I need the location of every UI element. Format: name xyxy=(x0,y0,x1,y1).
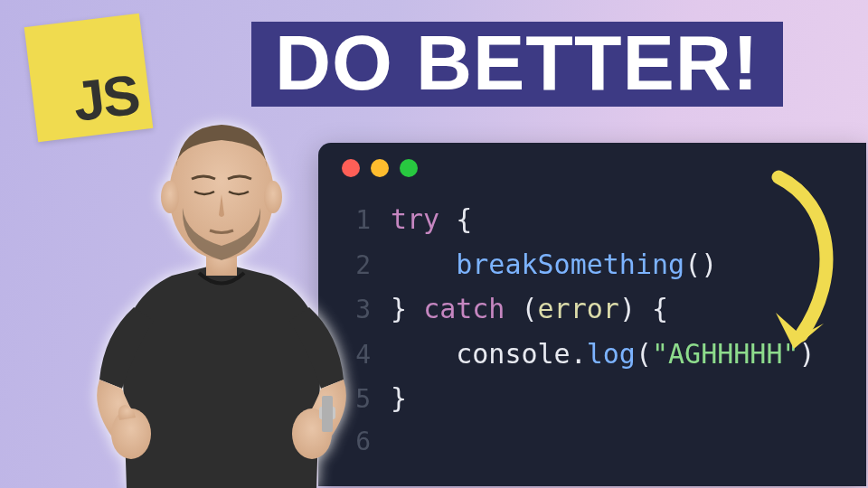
code-token: ( xyxy=(505,286,537,332)
code-line: 5} xyxy=(336,376,848,421)
code-token: } xyxy=(391,376,407,421)
svg-point-6 xyxy=(161,181,179,213)
code-line: 1try { xyxy=(336,197,848,242)
code-line: 3} catch (error) { xyxy=(336,286,848,332)
code-token: } xyxy=(391,286,423,332)
code-token: ) xyxy=(799,332,816,377)
code-token: log xyxy=(587,332,636,377)
code-token: "AGHHHHH" xyxy=(652,332,799,377)
code-body: 1try {2 breakSomething()3} catch (error)… xyxy=(336,197,848,463)
code-token: . xyxy=(571,332,587,377)
code-line: 2 breakSomething() xyxy=(336,242,848,287)
code-token: ) { xyxy=(619,286,668,332)
window-traffic-lights xyxy=(342,159,848,177)
code-token: console xyxy=(456,332,570,377)
code-token: breakSomething xyxy=(456,242,684,287)
code-line: 6 xyxy=(336,421,848,463)
code-token: catch xyxy=(423,286,505,332)
code-token xyxy=(391,332,456,377)
code-token: ( xyxy=(636,332,652,377)
svg-point-7 xyxy=(264,181,282,213)
meditating-man-figure xyxy=(54,81,389,488)
code-editor-window: 1try {2 breakSomething()3} catch (error)… xyxy=(318,143,866,486)
code-token: try xyxy=(391,197,439,242)
svg-rect-3 xyxy=(322,396,333,432)
code-token: () xyxy=(684,242,717,287)
maximize-icon xyxy=(400,159,418,177)
code-token xyxy=(391,242,456,287)
code-token: { xyxy=(439,197,472,242)
code-token: error xyxy=(538,286,619,332)
code-line: 4 console.log("AGHHHHH") xyxy=(336,332,848,377)
